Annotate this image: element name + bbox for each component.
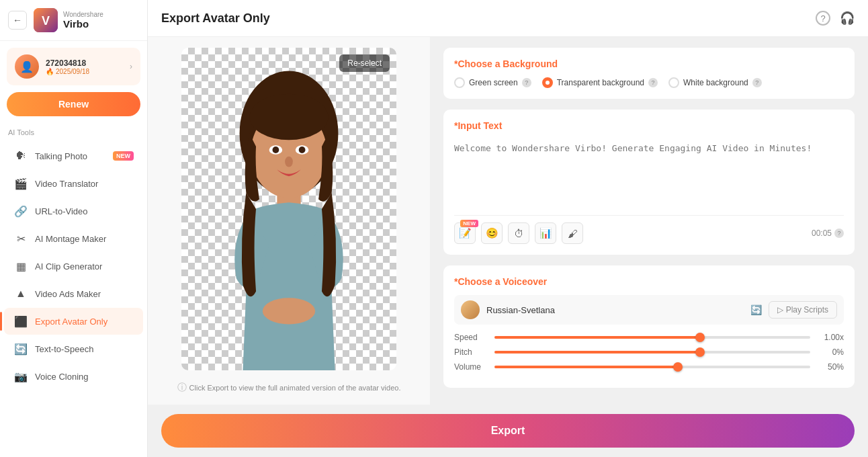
help-icon[interactable]: ?	[816, 11, 830, 26]
user-expiry: 🔥 2025/09/18	[46, 68, 123, 75]
sidebar-item-url-to-video[interactable]: 🔗 URL-to-Video	[4, 198, 143, 224]
brush-btn[interactable]: 🖌	[562, 222, 583, 244]
help-white-icon[interactable]: ?	[752, 78, 762, 87]
reselect-button[interactable]: Re-select	[339, 54, 390, 72]
video-ads-maker-icon: ▲	[13, 286, 28, 301]
url-to-video-label: URL-to-Video	[35, 206, 134, 216]
emotion-btn[interactable]: 😊	[481, 222, 503, 244]
page-title: Export Avatar Only	[161, 11, 270, 26]
svg-point-9	[273, 147, 279, 153]
help-green-icon[interactable]: ?	[522, 78, 531, 87]
ai-clip-generator-icon: ▦	[13, 259, 28, 274]
sidebar-item-video-translator[interactable]: 🎬 Video Translator	[4, 170, 143, 197]
user-card[interactable]: 👤 272034818 🔥 2025/09/18 ›	[7, 48, 140, 85]
emotion-icon: 😊	[486, 227, 498, 239]
ai-montage-maker-label: AI Montage Maker	[35, 234, 134, 244]
radio-transparent[interactable]	[542, 77, 553, 88]
info-icon: ⓘ	[177, 382, 187, 394]
new-badge: NEW	[460, 220, 478, 227]
bg-option-transparent[interactable]: Transparent background ?	[542, 77, 658, 88]
volume-label: Volume	[454, 362, 488, 372]
volume-value: 50%	[817, 362, 844, 372]
app-logo: V	[34, 8, 58, 32]
back-button[interactable]: ←	[8, 11, 27, 30]
sidebar-item-ai-montage-maker[interactable]: ✂ AI Montage Maker	[4, 225, 143, 252]
ai-clip-generator-label: AI Clip Generator	[35, 261, 134, 272]
bg-option-green-screen[interactable]: Green screen ?	[454, 77, 531, 88]
background-section: *Choose a Background Green screen ? Tran…	[443, 48, 855, 99]
refresh-icon[interactable]: 🔄	[750, 304, 762, 315]
sidebar-header: ← V Wondershare Virbo	[0, 0, 147, 41]
bg-option-white[interactable]: White background ?	[668, 77, 762, 88]
main-header: Export Avatar Only ? 🎧	[148, 0, 868, 37]
talking-photo-label: Talking Photo	[35, 151, 106, 161]
user-info: 272034818 🔥 2025/09/18	[46, 58, 123, 75]
right-panel: *Choose a Background Green screen ? Tran…	[430, 37, 868, 405]
renew-button[interactable]: Renew	[7, 92, 140, 116]
speed-label: Speed	[454, 333, 488, 342]
video-translator-label: Video Translator	[35, 179, 134, 189]
voice-cloning-icon: 📷	[13, 369, 28, 384]
sidebar-item-talking-photo[interactable]: 🗣 Talking Photo NEW	[4, 142, 143, 169]
play-scripts-button[interactable]: ▷ Play Scripts	[769, 301, 837, 319]
background-options: Green screen ? Transparent background ? …	[454, 77, 844, 88]
export-button[interactable]: Export	[161, 414, 855, 448]
talking-photo-new-badge: NEW	[113, 151, 134, 161]
pitch-label: Pitch	[454, 347, 488, 357]
input-text-title: *Input Text	[454, 120, 844, 131]
timer-display: 00:05 ?	[812, 229, 844, 238]
ai-montage-maker-icon: ✂	[13, 231, 28, 246]
main-content: Export Avatar Only ? 🎧 Re-select	[148, 0, 868, 457]
talking-photo-icon: 🗣	[13, 149, 28, 163]
volume-slider-track[interactable]	[494, 366, 810, 368]
text-toolbar: 📝 NEW 😊 ⏱ 📊 🖌	[454, 215, 844, 244]
preview-hint: ⓘ Click Export to view the full animated…	[177, 382, 401, 394]
headset-icon[interactable]: 🎧	[840, 11, 855, 26]
voice-cloning-label: Voice Cloning	[35, 372, 134, 382]
speed-slider-thumb[interactable]	[695, 333, 705, 342]
video-ads-maker-label: Video Ads Maker	[35, 289, 134, 299]
sidebar-item-video-ads-maker[interactable]: ▲ Video Ads Maker	[4, 280, 143, 307]
pitch-slider-row: Pitch 0%	[454, 347, 844, 357]
pause-btn[interactable]: ⏱	[508, 222, 529, 244]
svg-text:V: V	[42, 14, 50, 28]
brand-company: Wondershare	[63, 11, 103, 18]
sidebar-item-voice-cloning[interactable]: 📷 Voice Cloning	[4, 363, 143, 390]
input-text-section: *Input Text 📝 NEW 😊 ⏱ 📊	[443, 110, 855, 255]
brand-text: Wondershare Virbo	[63, 11, 103, 30]
video-translator-icon: 🎬	[13, 176, 28, 191]
pause-icon: ⏱	[514, 228, 524, 239]
ai-tools-label: AI Tools	[0, 126, 147, 142]
volume-slider-fill	[494, 366, 678, 368]
sidebar-item-ai-clip-generator[interactable]: ▦ AI Clip Generator	[4, 253, 143, 280]
new-feature-btn[interactable]: 📝 NEW	[454, 222, 476, 244]
pitch-slider-thumb[interactable]	[695, 347, 705, 357]
sidebar-item-text-to-speech[interactable]: 🔄 Text-to-Speech	[4, 335, 143, 362]
voice-name: Russian-Svetlana	[486, 305, 744, 315]
main-body: Re-select	[148, 37, 868, 405]
emphasis-icon: 📊	[539, 227, 552, 239]
radio-white[interactable]	[668, 77, 679, 88]
emphasis-btn[interactable]: 📊	[535, 222, 556, 244]
export-avatar-only-label: Export Avatar Only	[35, 317, 134, 327]
preview-area: Re-select	[148, 37, 430, 405]
avatar-image	[202, 54, 376, 370]
bg-label-green-screen: Green screen	[469, 78, 518, 87]
help-timer-icon[interactable]: ?	[834, 229, 844, 238]
brush-icon: 🖌	[568, 228, 578, 239]
fire-icon: 🔥	[46, 68, 54, 75]
radio-green-screen[interactable]	[454, 77, 465, 88]
bg-label-transparent: Transparent background	[557, 78, 644, 87]
sidebar-item-export-avatar-only[interactable]: ⬛ Export Avatar Only	[4, 308, 143, 335]
speed-value: 1.00x	[817, 333, 844, 342]
text-to-speech-label: Text-to-Speech	[35, 344, 134, 354]
avatar-preview: Re-select	[181, 48, 396, 370]
voiceover-row: Russian-Svetlana 🔄 ▷ Play Scripts	[454, 295, 844, 325]
nav-items: 🗣 Talking Photo NEW 🎬 Video Translator 🔗…	[0, 142, 147, 390]
help-transparent-icon[interactable]: ?	[648, 78, 658, 87]
speed-slider-track[interactable]	[494, 336, 810, 339]
pitch-slider-track[interactable]	[494, 351, 810, 354]
text-input[interactable]	[454, 139, 844, 213]
volume-slider-thumb[interactable]	[673, 362, 683, 372]
speed-slider-fill	[494, 336, 700, 339]
